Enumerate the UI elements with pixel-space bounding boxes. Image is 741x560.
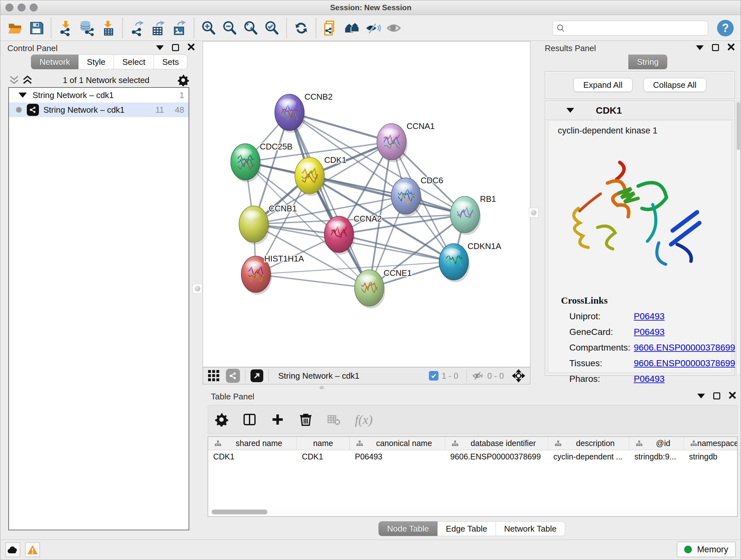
tab-style[interactable]: Style [78, 55, 114, 69]
panel-close-icon[interactable] [727, 43, 735, 52]
tab-node-table[interactable]: Node Table [379, 521, 437, 536]
hide-selected-button[interactable] [362, 18, 383, 38]
table-cell[interactable]: 9606.ENSP00000378699 [445, 450, 548, 463]
network-node-CCNA2[interactable] [324, 216, 355, 255]
import-table-file-button[interactable] [97, 18, 118, 38]
search-input[interactable] [568, 23, 704, 33]
network-node-CDK1[interactable] [295, 158, 326, 196]
crosslink-link[interactable]: P06493 [634, 311, 665, 321]
network-node-CCNB2[interactable] [275, 94, 306, 133]
collapse-all-button[interactable]: Collapse All [643, 78, 706, 92]
create-column-icon[interactable] [271, 413, 285, 427]
crosslink-link[interactable]: P06493 [634, 327, 665, 337]
tab-network-table[interactable]: Network Table [496, 521, 565, 536]
zoom-selected-button[interactable] [261, 18, 282, 38]
network-node-RB1[interactable] [450, 196, 481, 235]
panel-menu-icon[interactable] [156, 45, 164, 50]
column-header--id[interactable]: @id [629, 437, 684, 450]
network-node-CCNE1[interactable] [354, 270, 385, 308]
column-header-shared-name[interactable]: shared name [208, 437, 297, 450]
tab-select[interactable]: Select [114, 55, 154, 69]
search-box[interactable] [552, 21, 708, 36]
import-network-database-button[interactable] [76, 18, 97, 38]
panel-menu-icon[interactable] [696, 45, 704, 50]
export-network-button[interactable] [127, 18, 148, 38]
table-scrollbar-thumb[interactable] [212, 509, 267, 514]
panel-menu-icon[interactable] [697, 394, 705, 398]
results-scrollbar-thumb[interactable] [737, 102, 740, 150]
network-row[interactable]: String Network – cdk1 11 48 [9, 103, 189, 117]
network-canvas[interactable]: CCNB2CCNA1CDC25BCDK1CDC6RB1CCNB1CCNA2CDK… [203, 41, 530, 367]
export-image-button[interactable] [169, 18, 190, 38]
table-cell[interactable]: cyclin-dependent ... [548, 450, 629, 463]
show-all-button[interactable] [383, 18, 404, 38]
panel-float-icon[interactable] [172, 44, 179, 51]
table-row[interactable]: CDK1CDK1P064939606.ENSP00000378699cyclin… [208, 450, 737, 463]
network-options-gear-icon[interactable] [177, 74, 189, 86]
table-cell[interactable]: CDK1 [208, 450, 297, 463]
collection-expand-icon[interactable] [18, 92, 27, 98]
column-header-name[interactable]: name [297, 437, 350, 450]
network-graph[interactable]: CCNB2CCNA1CDC25BCDK1CDC6RB1CCNB1CCNA2CDK… [203, 42, 530, 367]
birds-eye-home-button[interactable] [341, 18, 362, 38]
zoom-out-button[interactable] [219, 18, 240, 38]
crosslink-link[interactable]: 9606.ENSP00000378699 [634, 358, 735, 368]
crosslink-link[interactable]: 9606.ENSP00000378699 [634, 343, 735, 353]
expand-all-icon[interactable] [22, 75, 33, 85]
show-columns-icon[interactable] [243, 413, 257, 427]
network-node-CDKN1A[interactable] [439, 244, 470, 282]
memory-button[interactable]: Memory [677, 542, 736, 557]
warnings-button[interactable] [25, 543, 40, 557]
table-cell[interactable]: stringdb [684, 450, 738, 463]
network-node-CDC6[interactable] [391, 178, 422, 216]
tab-string[interactable]: String [628, 55, 667, 69]
tab-network[interactable]: Network [31, 55, 78, 69]
panel-close-icon[interactable] [729, 391, 736, 400]
column-header-description[interactable]: description [548, 437, 629, 450]
refresh-view-button[interactable] [291, 18, 312, 38]
column-header-namespace[interactable]: namespace [684, 437, 738, 450]
zoom-in-button[interactable] [198, 18, 219, 38]
panel-float-icon[interactable] [712, 44, 719, 51]
table-cell[interactable]: CDK1 [297, 450, 350, 463]
network-node-CCNB1[interactable] [239, 206, 270, 245]
network-node-CCNA1[interactable] [377, 124, 408, 162]
export-table-button[interactable] [148, 18, 169, 38]
protein-section-header[interactable]: CDK1 [545, 101, 734, 120]
right-divider-handle[interactable] [529, 208, 538, 217]
save-session-button[interactable] [26, 18, 47, 38]
panel-float-icon[interactable] [713, 392, 720, 399]
help-button[interactable]: ? [717, 20, 734, 37]
delete-table-icon[interactable] [327, 413, 341, 427]
selected-nodes-checkbox[interactable] [429, 371, 439, 381]
tab-edge-table[interactable]: Edge Table [437, 521, 496, 536]
table-cell[interactable]: P06493 [350, 450, 445, 463]
table-options-gear-icon[interactable] [214, 413, 228, 427]
duplicate-network-button[interactable] [320, 18, 341, 38]
crosslink-link[interactable]: P06493 [634, 374, 665, 384]
grid-view-icon[interactable] [207, 369, 220, 382]
panel-close-icon[interactable] [187, 43, 195, 52]
collapse-all-icon[interactable] [8, 75, 20, 85]
import-network-file-button[interactable] [55, 18, 76, 38]
expand-all-button[interactable]: Expand All [574, 78, 632, 92]
cloud-status-button[interactable] [5, 543, 20, 557]
zoom-fit-button[interactable] [240, 18, 261, 38]
open-file-button[interactable] [5, 18, 26, 38]
left-divider-handle[interactable] [193, 284, 202, 294]
network-edge[interactable] [256, 274, 369, 288]
function-builder-icon[interactable]: f(x) [355, 412, 373, 427]
results-scrollbar[interactable] [736, 101, 741, 375]
tab-sets[interactable]: Sets [154, 55, 187, 69]
table-cell[interactable]: stringdb:9... [629, 450, 684, 463]
detach-view-icon[interactable] [251, 369, 263, 382]
horizontal-divider-handle[interactable] [316, 386, 327, 389]
network-collection-row[interactable]: String Network – cdk1 1 [9, 88, 189, 103]
network-view-share-icon[interactable] [226, 369, 240, 383]
table-horizontal-scrollbar[interactable] [208, 509, 737, 516]
hidden-items-icon[interactable] [472, 371, 484, 381]
column-header-canonical-name[interactable]: canonical name [350, 437, 445, 450]
birds-eye-toggle-icon[interactable] [512, 369, 526, 383]
column-header-database-identifier[interactable]: database identifier [445, 437, 548, 450]
delete-column-icon[interactable] [299, 413, 313, 427]
